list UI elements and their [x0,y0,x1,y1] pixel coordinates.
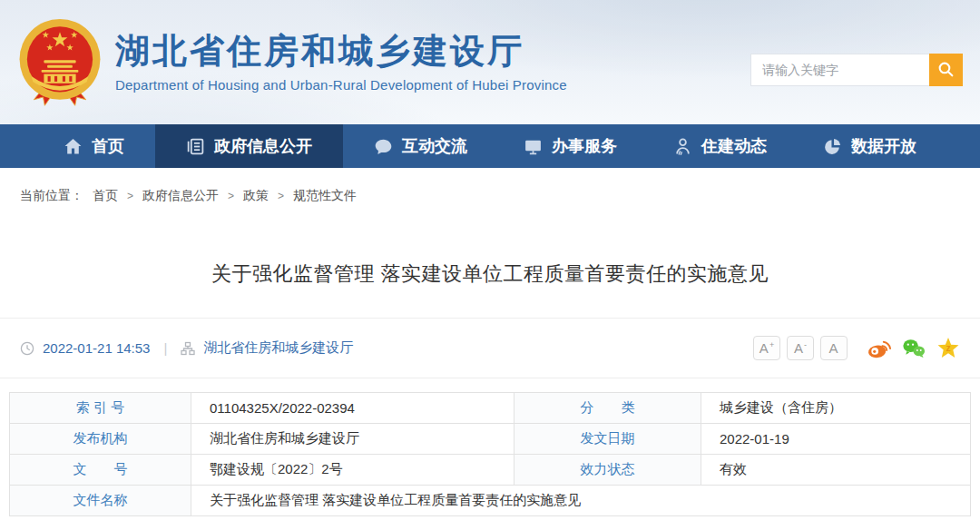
field-value-issuing-org: 湖北省住房和城乡建设厅 [191,424,514,455]
nav-item-label: 互动交流 [402,135,467,157]
meta-separator: | [163,340,167,356]
nav-item-gov-info[interactable]: 政府信息公开 [155,124,343,168]
table-row: 索 引 号 01104325X/2022-02394 分 类 城乡建设（含住房） [10,393,971,424]
page: 湖北省住房和城乡建设厅 Department of Housing and Ur… [0,0,980,530]
nav-item-label: 数据开放 [851,135,916,157]
font-smaller-button[interactable]: A- [787,336,814,360]
field-label-doc-number: 文 号 [10,455,191,486]
field-value-validity: 有效 [701,455,971,486]
table-row: 发布机构 湖北省住房和城乡建设厅 发文日期 2022-01-19 [10,424,971,455]
breadcrumb-separator: > [228,190,234,202]
qzone-icon[interactable]: z [936,337,960,360]
search-icon [937,61,955,78]
nav-item-label: 首页 [92,135,124,157]
document-icon [186,137,205,156]
breadcrumb-link-gov-info[interactable]: 政府信息公开 [142,188,219,204]
wechat-icon[interactable] [902,337,926,360]
breadcrumb-separator: > [127,190,133,202]
search-input[interactable] [750,54,929,86]
field-value-index-number: 01104325X/2022-02394 [191,393,514,424]
chat-bubble-icon [374,137,393,156]
nav-item-label: 办事服务 [552,135,617,157]
article-meta-left: 2022-01-21 14:53 | 湖北省住房和城乡建设厅 [20,339,353,357]
nav-item-interaction[interactable]: 互动交流 [348,124,493,168]
font-size-controls: A+ A- A [753,336,848,360]
field-label-index-number: 索 引 号 [10,393,191,424]
field-value-doc-title: 关于强化监督管理 落实建设单位工程质量首要责任的实施意见 [191,486,971,516]
document-meta-table: 索 引 号 01104325X/2022-02394 分 类 城乡建设（含住房）… [9,392,971,516]
article-meta-right: A+ A- A [753,336,960,360]
table-row: 文 号 鄂建设规〔2022〕2号 效力状态 有效 [10,455,971,486]
source-org-icon [181,341,195,356]
national-emblem-logo [17,18,103,109]
field-value-issue-date: 2022-01-19 [701,424,971,455]
field-label-validity: 效力状态 [514,455,701,486]
field-label-doc-title: 文件名称 [10,486,191,516]
person-badge-icon [673,137,692,156]
field-label-issue-date: 发文日期 [514,424,701,455]
breadcrumb-prefix: 当前位置： [20,188,83,204]
site-title-block: 湖北省住房和城乡建设厅 Department of Housing and Ur… [115,32,567,93]
clock-icon [20,341,34,356]
nav-item-label: 政府信息公开 [214,135,312,157]
field-value-doc-number: 鄂建设规〔2022〕2号 [191,455,514,486]
font-larger-button[interactable]: A+ [753,336,780,360]
publish-source: 湖北省住房和城乡建设厅 [203,339,353,357]
search-button[interactable] [929,54,963,86]
table-row: 文件名称 关于强化监督管理 落实建设单位工程质量首要责任的实施意见 [10,486,971,516]
breadcrumb-link-home[interactable]: 首页 [93,188,118,204]
site-header: 湖北省住房和城乡建设厅 Department of Housing and Ur… [0,0,980,124]
main-nav: 首页 政府信息公开 互动交流 [0,124,980,168]
site-subtitle: Department of Housing and Urban-Rural De… [115,77,567,93]
nav-item-home[interactable]: 首页 [38,124,150,168]
publish-time: 2022-01-21 14:53 [43,340,150,356]
nav-item-services[interactable]: 办事服务 [498,124,642,168]
breadcrumb-link-policy[interactable]: 政策 [243,188,269,204]
weibo-icon[interactable] [867,337,891,360]
field-label-category: 分 类 [514,393,701,424]
breadcrumb-separator: > [278,190,284,202]
pie-chart-icon [823,137,842,156]
field-label-issuing-org: 发布机构 [10,424,191,455]
nav-item-open-data[interactable]: 数据开放 [798,124,942,168]
nav-item-news[interactable]: 住建动态 [648,124,792,168]
nav-item-label: 住建动态 [701,135,767,157]
svg-text:z: z [946,343,950,353]
field-value-category: 城乡建设（含住房） [701,393,971,424]
breadcrumb-link-normative-docs[interactable]: 规范性文件 [293,188,357,204]
site-title: 湖北省住房和城乡建设厅 [115,32,567,72]
font-reset-button[interactable]: A [820,336,848,360]
article-title: 关于强化监督管理 落实建设单位工程质量首要责任的实施意见 [0,260,980,288]
article-meta-bar: 2022-01-21 14:53 | 湖北省住房和城乡建设厅 A+ A- A [0,318,980,378]
monitor-icon [524,137,543,156]
breadcrumb: 当前位置： 首页 > 政府信息公开 > 政策 > 规范性文件 [20,188,980,204]
home-icon [64,137,83,156]
search-box [750,54,963,86]
